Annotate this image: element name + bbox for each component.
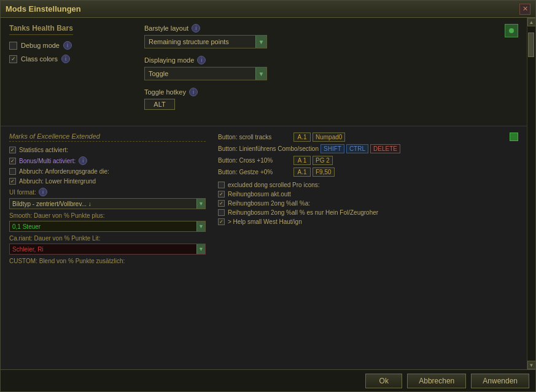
abbruch1-row: Abbruch: Anforderungsgrade die: (9, 168, 206, 175)
button-cross-row: Button: Cross +10% A 1 PG 2 (218, 156, 518, 165)
bonus-info-icon[interactable]: i (79, 156, 87, 165)
button-scroll-key2[interactable]: Numpad0 (313, 133, 345, 142)
barstyle-dropdown[interactable]: Remaining structure points ▼ (144, 35, 267, 48)
hotkey-row: ALT (144, 99, 518, 110)
abbruch2-checkbox[interactable] (9, 178, 16, 185)
statistics-row: Statistics activiert: (9, 147, 206, 153)
displaying-mode-row: Displaying mode i Toggle ▼ (144, 56, 518, 80)
cariant-input[interactable]: Schleier, Ri ▼ (9, 244, 206, 255)
footer: Ok Abbrechen Anwenden (1, 369, 535, 391)
button-scroll-label: Button: scroll tracks (218, 134, 292, 140)
button-line-key2[interactable]: CTRL (346, 144, 368, 153)
toggle-hotkey-row: Toggle hotkey i ALT (144, 88, 518, 110)
button-line-row: Button: Linienführens Combo/section SHIF… (218, 144, 518, 153)
main-content: Tanks Health Bars Debug mode i Class col… (1, 18, 527, 369)
ui-format-dropdown-arrow: ▼ (196, 199, 205, 209)
scroll-down-arrow[interactable]: ▼ (527, 361, 536, 369)
right-checkbox-5[interactable] (218, 218, 225, 225)
ui-format-dropdown[interactable]: Bildtyp - zentriert/Vollbrev... ↓ ▼ (9, 198, 206, 209)
displaying-mode-dropdown-arrow: ▼ (255, 67, 266, 80)
right-checkbox-4[interactable] (218, 209, 225, 216)
main-window: Mods Einstellungen ✕ Tanks Health Bars D… (0, 0, 536, 392)
green-indicator-button[interactable] (505, 24, 518, 37)
right-checkbox-1[interactable] (218, 182, 225, 188)
displaying-mode-info-icon[interactable]: i (197, 56, 206, 64)
right-checkbox-3[interactable] (218, 200, 225, 207)
window-title: Mods Einstellungen (6, 4, 81, 13)
bonus-label: Bonus/Multi activiert: (19, 158, 76, 164)
barstyle-row: Barstyle layout i Remaining structure po… (144, 24, 518, 48)
button-color-key1[interactable]: A.1 (293, 167, 311, 177)
debug-mode-label: Debug mode (21, 42, 60, 49)
barstyle-info-icon[interactable]: i (192, 24, 200, 33)
cariant-dropdown-arrow: ▼ (196, 244, 205, 254)
barstyle-dropdown-arrow: ▼ (255, 36, 266, 48)
toggle-hotkey-button[interactable]: ALT (144, 99, 175, 110)
debug-mode-row: Debug mode i (9, 41, 132, 50)
smooth-label: Smooth: Dauer von % Punkte plus: (9, 212, 206, 219)
displaying-mode-label: Displaying mode i (144, 56, 518, 64)
button-cross-key2[interactable]: PG 2 (313, 156, 333, 165)
displaying-mode-dropdown[interactable]: Toggle ▼ (144, 67, 267, 80)
green-dot (509, 28, 514, 33)
section-title-tanks: Tanks Health Bars (9, 24, 73, 35)
button-color-row: Button: Gestze +0% A.1 F9,50 (218, 167, 518, 177)
right-label-4: Reihungbosum 2ong %all % es nur Hein Fol… (228, 209, 378, 216)
right-label-3: Reihungbosum 2ong %all %a: (228, 200, 310, 207)
statistics-label: Statistics activiert: (19, 147, 68, 153)
class-colors-checkbox[interactable] (9, 55, 17, 63)
right-item-1: excluded dong scrolled Pro icons: (218, 182, 518, 188)
toggle-hotkey-label: Toggle hotkey i (144, 88, 518, 96)
right-label-2: Reihungbosum akt.outt (228, 191, 291, 198)
right-item-2: Reihungbosum akt.outt (218, 191, 518, 198)
abbruch1-label: Abbruch: Anforderungsgrade die: (19, 168, 109, 175)
ui-format-info-icon[interactable]: i (39, 188, 47, 196)
button-cross-label: Button: Cross +10% (218, 157, 292, 164)
apply-button[interactable]: Anwenden (471, 374, 529, 388)
abbruch1-checkbox[interactable] (9, 168, 16, 175)
button-scroll-row: Button: scroll tracks A.1 Numpad0 (218, 133, 518, 142)
toggle-hotkey-info-icon[interactable]: i (189, 88, 198, 96)
cariant-label: Ca.riant: Dauer von % Punkte Lit: (9, 235, 206, 242)
right-item-4: Reihungbosum 2ong %all % es nur Hein Fol… (218, 209, 518, 216)
barstyle-label: Barstyle layout i (144, 24, 518, 33)
smooth-dropdown-arrow: ▼ (196, 221, 205, 231)
left-panel: Tanks Health Bars Debug mode i Class col… (9, 24, 132, 117)
tanks-health-bars-section: Tanks Health Bars Debug mode i Class col… (1, 18, 527, 126)
button-line-key3[interactable]: DELETE (370, 144, 400, 153)
marks-excellence-section: Marks of Excellence Extended Statistics … (1, 126, 527, 369)
button-cross-key1[interactable]: A 1 (293, 156, 311, 165)
bottom-content: Marks of Excellence Extended Statistics … (1, 126, 527, 369)
button-color-label: Button: Gestze +0% (218, 169, 292, 175)
scroll-track[interactable] (527, 26, 535, 361)
debug-mode-info-icon[interactable]: i (63, 41, 72, 50)
title-bar: Mods Einstellungen ✕ (1, 1, 535, 18)
content-area: Tanks Health Bars Debug mode i Class col… (1, 18, 535, 369)
right-label-5: > Help small West Haut/ign (228, 218, 302, 225)
ok-button[interactable]: Ok (365, 374, 402, 388)
abbruch2-label: Abbruch: Lower Hintergrund (19, 178, 96, 185)
button-scroll-key1[interactable]: A.1 (293, 133, 311, 142)
debug-mode-checkbox[interactable] (9, 42, 17, 50)
class-colors-info-icon[interactable]: i (61, 55, 70, 63)
right-panel: Barstyle layout i Remaining structure po… (144, 24, 518, 117)
button-color-key2[interactable]: F9,50 (313, 167, 335, 177)
bottom-right-panel: Button: scroll tracks A.1 Numpad0 Button… (218, 133, 518, 363)
cancel-button[interactable]: Abbrechen (407, 374, 466, 388)
class-colors-label: Class colors (21, 55, 58, 63)
abbruch2-row: Abbruch: Lower Hintergrund (9, 178, 206, 185)
right-checkbox-2[interactable] (218, 191, 225, 198)
scroll-up-arrow[interactable]: ▲ (527, 18, 536, 26)
close-button[interactable]: ✕ (519, 4, 530, 15)
button-line-key1[interactable]: SHIFT (320, 144, 344, 153)
marks-section-header: Marks of Excellence Extended (9, 133, 206, 142)
smooth-input[interactable]: 0,1 Steuer ▼ (9, 221, 206, 232)
bottom-left-panel: Marks of Excellence Extended Statistics … (9, 133, 206, 363)
scrollbar: ▲ ▼ (527, 18, 535, 369)
scroll-thumb[interactable] (528, 33, 534, 57)
bonus-checkbox[interactable] (9, 158, 16, 164)
statistics-checkbox[interactable] (9, 147, 16, 153)
custom-label: CUSTOM: Blend von % Punkte zusätzlich: (9, 258, 206, 264)
class-colors-row: Class colors i (9, 55, 132, 63)
button-line-label: Button: Linienführens Combo/section (218, 145, 319, 152)
